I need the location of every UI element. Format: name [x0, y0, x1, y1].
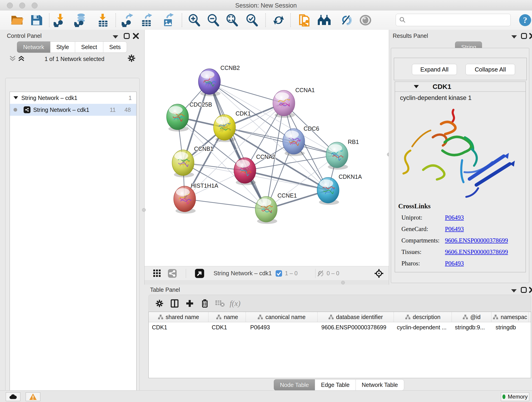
table-cell[interactable]: CDK1 [149, 322, 209, 332]
edge-CCNA2-CDKN1A[interactable] [245, 171, 328, 190]
node-CDKN1A[interactable] [317, 177, 339, 205]
string-home-button[interactable] [317, 12, 332, 28]
network-row[interactable]: String Network – cdk1 11 48 [10, 104, 136, 116]
gene-header-row[interactable]: CDK1 [395, 82, 526, 92]
results-panel-menu-icon[interactable] [511, 35, 517, 39]
help-button[interactable]: ? [517, 12, 532, 28]
control-panel-close-icon[interactable] [133, 33, 139, 39]
table-cell[interactable]: stringdb:9... [452, 322, 492, 332]
function-builder-button[interactable]: f(x) [228, 297, 243, 310]
import-network-database-button[interactable] [73, 12, 89, 28]
glass-ball-toggle-button[interactable] [358, 12, 373, 28]
control-panel-menu-icon[interactable] [113, 35, 118, 39]
import-table-file-button[interactable] [95, 12, 111, 28]
column-header-database-identifier[interactable]: database identifier [317, 312, 394, 322]
node-RB1[interactable] [326, 142, 348, 170]
table-cell[interactable]: stringdb [492, 322, 531, 332]
string-import-button[interactable] [297, 12, 312, 28]
gene-collapse-icon[interactable] [414, 85, 419, 89]
birds-eye-view-button[interactable] [150, 267, 165, 280]
table-row[interactable]: CDK1CDK1P064939606.ENSP00000378699cyclin… [149, 322, 531, 332]
crosslink-link[interactable]: 9606.ENSP00000378699 [445, 249, 508, 255]
results-panel-close-icon[interactable] [529, 33, 532, 39]
results-panel-float-icon[interactable] [521, 33, 527, 39]
collapse-all-button[interactable]: Collapse All [466, 64, 515, 75]
table-panel-float-icon[interactable] [521, 287, 527, 293]
table-cell[interactable]: P06493 [247, 322, 318, 332]
node-CDK1[interactable] [214, 115, 235, 142]
tab-network[interactable]: Network [17, 41, 50, 53]
network-options-gear-icon[interactable] [127, 54, 136, 62]
apply-layout-button[interactable] [271, 12, 286, 28]
enhanced-labels-toggle-button[interactable] [338, 12, 354, 28]
crosslink-link[interactable]: P06493 [445, 214, 464, 221]
export-table-button[interactable] [139, 12, 155, 28]
tab-sets[interactable]: Sets [103, 41, 127, 53]
crosslink-link[interactable]: 9606.ENSP00000378699 [445, 237, 508, 244]
table-cell[interactable]: 9606.ENSP00000378699 [318, 322, 394, 332]
node-HIST1H1A[interactable] [174, 186, 196, 214]
collapse-all-networks-icon[interactable] [9, 56, 16, 61]
table-panel-close-icon[interactable] [529, 287, 532, 293]
export-network-button[interactable] [120, 12, 136, 28]
edge-CDK1-RB1[interactable] [225, 128, 337, 155]
node-CCNA2[interactable] [234, 158, 256, 185]
node-CCNB2[interactable] [198, 69, 220, 96]
delete-columns-button[interactable] [197, 297, 212, 310]
warnings-button[interactable] [26, 392, 40, 401]
zoom-in-button[interactable] [186, 12, 202, 28]
export-image-button[interactable] [161, 12, 176, 28]
node-CDC25B[interactable] [167, 104, 189, 132]
table-cell[interactable]: cyclin-dependent ... [394, 322, 452, 332]
edge-CCNB2-CCNA1[interactable] [209, 82, 284, 103]
table-options-button[interactable] [152, 297, 167, 310]
column-header-shared-name[interactable]: shared name [149, 312, 209, 322]
expand-all-networks-icon[interactable] [18, 56, 25, 61]
network-graph[interactable]: CCNB2CCNA1CDC25BCDK1CDC6RB1CCNB1CCNA2CDK… [145, 30, 389, 266]
tab-network-table[interactable]: Network Table [355, 379, 404, 390]
column-label: @id [470, 314, 481, 320]
create-column-button[interactable] [182, 297, 197, 310]
cloud-status-button[interactable] [6, 392, 20, 401]
control-panel-float-icon[interactable] [124, 33, 130, 39]
zoom-out-button[interactable] [205, 12, 221, 28]
crosslink-link[interactable]: P06493 [445, 225, 464, 233]
column-header-description[interactable]: description [394, 312, 452, 322]
zoom-selected-button[interactable] [244, 12, 260, 28]
expand-all-button[interactable]: Expand All [412, 64, 457, 75]
column-header-canonical-name[interactable]: canonical name [246, 312, 317, 322]
crosslink-link[interactable]: P06493 [445, 260, 464, 267]
column-header--id[interactable]: @id [452, 312, 491, 322]
open-session-button[interactable] [9, 12, 25, 28]
edge-HIST1H1A-CCNE1[interactable] [185, 199, 266, 209]
zoom-fit-button[interactable] [224, 12, 240, 28]
column-header-name[interactable]: name [209, 312, 246, 322]
edge-CCNB2-CCNE1[interactable] [209, 82, 266, 209]
left-splitter-handle[interactable] [142, 208, 146, 212]
collection-expand-icon[interactable] [13, 96, 18, 99]
node-CDC6[interactable] [283, 128, 305, 156]
search-input[interactable] [408, 17, 510, 24]
network-canvas[interactable]: CCNB2CCNA1CDC25BCDK1CDC6RB1CCNB1CCNA2CDK… [145, 30, 389, 266]
node-CCNA1[interactable] [273, 90, 295, 118]
table-panel-menu-icon[interactable] [511, 289, 517, 293]
network-collection-row[interactable]: String Network – cdk1 1 [10, 92, 136, 104]
tab-style[interactable]: Style [50, 41, 75, 53]
node-CCNE1[interactable] [255, 196, 277, 224]
node-CCNB1[interactable] [172, 150, 194, 177]
tab-select[interactable]: Select [75, 41, 103, 53]
selected-checkbox-icon[interactable] [276, 270, 282, 277]
network-overview-toggle-button[interactable] [165, 267, 180, 280]
tab-node-table[interactable]: Node Table [274, 379, 315, 390]
delete-table-button[interactable] [212, 297, 228, 310]
open-in-window-button[interactable] [192, 267, 207, 280]
fit-selected-button[interactable] [371, 267, 386, 280]
splitter-handle[interactable] [341, 281, 345, 284]
table-cell[interactable]: CDK1 [209, 322, 247, 332]
tab-edge-table[interactable]: Edge Table [315, 379, 355, 390]
save-session-button[interactable] [28, 12, 44, 28]
show-columns-button[interactable] [167, 297, 182, 310]
import-network-file-button[interactable] [52, 12, 68, 28]
column-header-namespac[interactable]: namespac [491, 312, 529, 322]
memory-button[interactable]: Memory [501, 392, 529, 401]
